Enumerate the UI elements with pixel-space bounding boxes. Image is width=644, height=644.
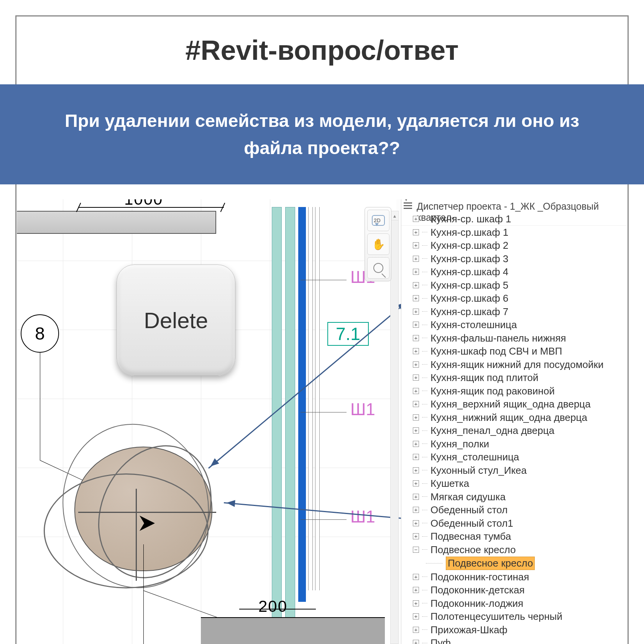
expand-icon[interactable]: + [413, 229, 419, 235]
tree-item-family[interactable]: +Кухня-ср.шкаф 4 [401, 265, 627, 279]
tree-item-label: Кушетка [430, 477, 469, 490]
expand-icon[interactable]: + [413, 309, 419, 315]
tree-item-label: Кухня-фальш-панель нижняя [430, 332, 566, 345]
expand-icon[interactable]: + [413, 348, 419, 354]
expand-icon[interactable]: + [413, 335, 419, 341]
tree-item-family[interactable]: +Подоконник-гостиная [401, 570, 627, 584]
tree-item-family[interactable]: +Кухня_полки [401, 437, 627, 451]
tree-item-family[interactable]: −Подвесное кресло [401, 543, 627, 557]
tree-item-label: Кухня-ср.шкаф 5 [430, 279, 508, 292]
family-instance-chair[interactable] [55, 427, 216, 588]
expand-icon[interactable]: + [413, 388, 419, 394]
tree-item-family[interactable]: +Кухня-ср.шкаф 2 [401, 239, 627, 252]
tree-item-family[interactable]: +Кухня-ср.шкаф 1 [401, 226, 627, 239]
project-browser: Диспетчер проекта - 1_ЖК _Образцовый ква… [401, 199, 627, 644]
tree-item-family[interactable]: +Кушетка [401, 477, 627, 490]
tree-item-label: Прихожая-Шкаф [430, 624, 508, 636]
tree-item-family[interactable]: +Кухня_нижний ящик_одна дверца [401, 411, 627, 424]
tree-item-family[interactable]: +Кухня-ящик под раковиной [401, 384, 627, 398]
expand-icon[interactable]: + [413, 494, 419, 500]
tree-item-family[interactable]: +Обеденный стол [401, 503, 627, 517]
expand-icon[interactable]: + [413, 640, 419, 644]
expand-icon[interactable]: + [413, 480, 419, 486]
tree-item-family[interactable]: +Подоконник-лоджия [401, 597, 627, 610]
expand-icon[interactable]: + [413, 361, 419, 368]
wall-tag-3: Ш1 [350, 507, 375, 526]
expand-icon[interactable]: + [413, 322, 419, 328]
tree-item-family[interactable]: +Кухня-ср.шкаф 6 [401, 292, 627, 305]
tree-item-family[interactable]: +Кухня-шкаф под СВЧ и МВП [401, 345, 627, 358]
viewcube-help-icon[interactable]: 2D [367, 210, 389, 231]
tree-item-label: Кухня-ср.шкаф 4 [430, 266, 508, 278]
tree-item-family[interactable]: +Кухня-ср. шкаф 1 [401, 212, 627, 226]
expand-icon[interactable]: + [413, 242, 419, 248]
tree-item-label: Кухня-ср.шкаф 3 [430, 253, 508, 265]
tree-item-label: Кухня-ящик нижний для посудомойки [430, 358, 603, 371]
tree-item-label: Кухонный стул_Икеа [430, 464, 527, 477]
expand-icon[interactable]: + [413, 507, 419, 513]
tree-item-family[interactable]: +Кухня_верхний ящик_одна дверца [401, 398, 627, 411]
expand-icon[interactable]: + [413, 282, 419, 288]
expand-icon[interactable]: + [413, 467, 419, 473]
dimension-top: 1000 [124, 199, 163, 209]
wall-tag-2: Ш1 [350, 400, 375, 419]
expand-icon[interactable]: + [413, 454, 419, 460]
pan-hand-icon[interactable]: ✋ [367, 233, 389, 255]
tree-item-family[interactable]: +Мягкая сидушка [401, 490, 627, 504]
tree-item-family[interactable]: +Кухня-столешница [401, 318, 627, 332]
expand-icon[interactable]: + [413, 574, 419, 580]
tree-item-label: Кухня-шкаф под СВЧ и МВП [430, 345, 562, 358]
dimension-bottom: 200 [258, 597, 288, 616]
tree-item-label: Подвесное кресло [430, 544, 516, 556]
tree-item-label: Кухня-ящик под плитой [430, 371, 539, 384]
tree-item-label: Кухня-ящик под раковиной [430, 385, 555, 398]
expand-icon[interactable]: + [413, 256, 419, 262]
drawing-canvas[interactable]: 1000 Ш1 Ш1 Ш1 7.1 8 [17, 199, 396, 644]
expand-icon[interactable]: + [413, 520, 419, 526]
browser-menu-icon[interactable] [404, 202, 412, 209]
selection-marker-icon [140, 516, 159, 535]
expand-icon[interactable]: + [413, 613, 419, 619]
expand-icon[interactable]: + [413, 295, 419, 301]
tree-item-family[interactable]: +Прихожая-Шкаф [401, 623, 627, 637]
tree-item-label: Кухня-ср. шкаф 1 [430, 213, 511, 225]
tree-item-label: Кухня-ср.шкаф 7 [430, 306, 508, 318]
expand-icon[interactable]: + [413, 441, 419, 447]
tree-item-family[interactable]: +Кухонный стул_Икеа [401, 464, 627, 477]
expand-icon[interactable]: + [413, 269, 419, 275]
tree-item-label: Кухня-ср.шкаф 2 [430, 239, 508, 252]
tree-item-family[interactable]: +Обеденный стол1 [401, 517, 627, 530]
tree-item-type[interactable]: Подвесное кресло [401, 556, 627, 570]
tree-item-label: Обеденный стол [430, 504, 508, 516]
tree-item-family[interactable]: +Подоконник-детская [401, 583, 627, 597]
expand-icon[interactable]: + [413, 375, 419, 381]
tree-item-family[interactable]: +Подвесная тумба [401, 530, 627, 543]
expand-icon[interactable]: + [413, 216, 419, 222]
tree-item-family[interactable]: +Кухня-фальш-панель нижняя [401, 332, 627, 345]
tree-item-label: Кухня_нижний ящик_одна дверца [430, 411, 587, 424]
expand-icon[interactable]: + [413, 533, 419, 539]
tree-item-family[interactable]: +Кухня-ср.шкаф 3 [401, 252, 627, 266]
expand-icon[interactable]: + [413, 414, 419, 421]
tree-item-family[interactable]: +Кухня-ср.шкаф 7 [401, 305, 627, 319]
tree-item-family[interactable]: +Кухня-ящик под плитой [401, 371, 627, 384]
zoom-icon[interactable] [367, 257, 389, 279]
expand-icon[interactable]: + [413, 401, 419, 407]
tree-item-family[interactable]: +Кухня_столешница [401, 450, 627, 464]
tree-item-label: Кухня_полки [430, 438, 489, 450]
tree-item-family[interactable]: +Кухня_пенал_одна дверца [401, 424, 627, 437]
tree-item-family[interactable]: +Кухня-ящик нижний для посудомойки [401, 358, 627, 371]
expand-icon[interactable]: + [413, 427, 419, 434]
expand-icon[interactable]: − [413, 547, 419, 553]
tree-item-family[interactable]: +Полотенцесушитель черный [401, 610, 627, 623]
tree-item-family[interactable]: +Кухня-ср.шкаф 5 [401, 279, 627, 292]
scrollbar[interactable]: ▴ [390, 211, 399, 644]
expand-icon[interactable]: + [413, 587, 419, 593]
tree-item-label: Кухня_верхний ящик_одна дверца [430, 398, 591, 411]
scroll-up-icon[interactable]: ▴ [391, 211, 398, 220]
tree-item-label: Обеденный стол1 [430, 517, 513, 530]
expand-icon[interactable]: + [413, 600, 419, 606]
project-browser-tree[interactable]: +Кухня-ср. шкаф 1+Кухня-ср.шкаф 1+Кухня-… [401, 212, 627, 644]
expand-icon[interactable]: + [413, 627, 419, 633]
tree-item-family[interactable]: +Пуф [401, 636, 627, 644]
